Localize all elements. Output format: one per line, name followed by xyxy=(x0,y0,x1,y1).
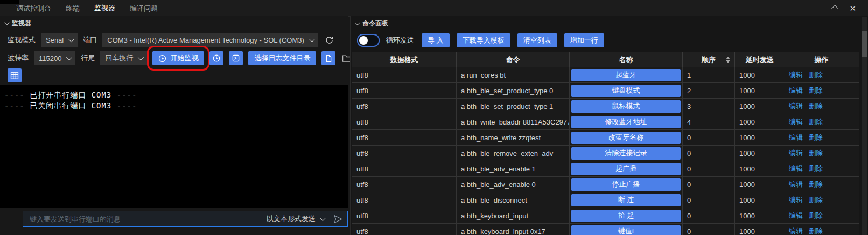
command-name-button[interactable]: 起蓝牙 xyxy=(571,69,681,81)
command-name-button[interactable]: 停止广播 xyxy=(571,178,681,191)
delete-link[interactable]: 删除 xyxy=(809,226,823,235)
edit-link[interactable]: 编辑 xyxy=(789,211,803,220)
file-icon xyxy=(325,54,333,63)
eol-select[interactable]: 回车换行 xyxy=(100,51,147,65)
edit-link[interactable]: 编辑 xyxy=(789,86,803,95)
command-toolbar-buttons: 导 入下载导入模板清空列表增加一行 xyxy=(422,33,604,47)
command-name-button[interactable]: 改蓝牙名称 xyxy=(571,132,681,144)
command-name-button[interactable]: 起广播 xyxy=(571,163,681,175)
baud-select[interactable]: 115200 xyxy=(34,51,75,65)
delete-link[interactable]: 删除 xyxy=(809,117,823,127)
command-name-button[interactable]: 断 连 xyxy=(571,194,681,206)
cell-name: 起蓝牙 xyxy=(570,67,683,82)
cell-format: utf8 xyxy=(352,83,457,98)
table-row: utf8a bth_name_write zzqtest改蓝牙名称01000编辑… xyxy=(352,130,859,146)
log-file-button[interactable] xyxy=(321,51,335,65)
close-icon[interactable]: ✕ xyxy=(849,4,856,12)
delete-link[interactable]: 删除 xyxy=(809,133,823,142)
cell-name: 修改蓝牙地址 xyxy=(570,114,683,129)
command-name-button[interactable]: 键值t xyxy=(571,225,681,235)
chevron-down-icon xyxy=(355,20,360,25)
edit-link[interactable]: 编辑 xyxy=(789,164,803,174)
send-mode-select[interactable]: 以文本形式发送 xyxy=(267,214,324,224)
edit-link[interactable]: 编辑 xyxy=(789,117,803,127)
tab-2[interactable]: 监视器 xyxy=(94,0,115,16)
cell-format: utf8 xyxy=(352,67,457,82)
toolbar-button-1[interactable]: 下载导入模板 xyxy=(457,33,510,47)
delete-link[interactable]: 删除 xyxy=(809,148,823,158)
start-monitor-button[interactable]: 开始监视 xyxy=(152,51,204,65)
sort-icon[interactable] xyxy=(726,57,730,63)
cell-name: 停止广播 xyxy=(570,177,683,192)
delete-link[interactable]: 删除 xyxy=(809,164,823,174)
delete-link[interactable]: 删除 xyxy=(809,70,823,80)
column-header-5: 操作 xyxy=(785,52,858,67)
cell-operations: 编辑删除 xyxy=(785,114,858,129)
refresh-icon[interactable] xyxy=(324,34,335,46)
cell-order: 0 xyxy=(683,146,735,161)
cell-command: a bth_ble_set_product_type 0 xyxy=(457,83,570,98)
toolbar-button-2[interactable]: 清空列表 xyxy=(517,33,557,47)
cell-order: 4 xyxy=(683,114,735,129)
delete-link[interactable]: 删除 xyxy=(809,179,823,189)
edit-link[interactable]: 编辑 xyxy=(789,195,803,205)
edit-link[interactable]: 编辑 xyxy=(789,133,803,142)
vertical-scrollbar[interactable] xyxy=(862,17,867,235)
panel-tab-bar: 调试控制台终端监视器编译问题 ✕ xyxy=(0,0,868,17)
terminal-output[interactable]: ---- 已打开串行端口 COM3 -------- 已关闭串行端口 COM3 … xyxy=(0,85,348,208)
delete-link[interactable]: 删除 xyxy=(809,86,823,95)
edit-link[interactable]: 编辑 xyxy=(789,148,803,158)
delete-link[interactable]: 删除 xyxy=(809,195,823,205)
monitor-section-header[interactable]: 监视器 xyxy=(4,19,31,28)
command-grid-button[interactable] xyxy=(8,68,22,82)
send-icon[interactable] xyxy=(333,214,343,224)
cell-command: a bth_ble_adv_enable 1 xyxy=(457,161,570,176)
command-name-button[interactable]: 拾 起 xyxy=(571,210,681,222)
edit-link[interactable]: 编辑 xyxy=(789,101,803,111)
toolbar-button-0[interactable]: 导 入 xyxy=(422,33,450,47)
terminal-icon xyxy=(232,54,240,63)
mode-select[interactable]: Serial xyxy=(41,33,78,47)
timestamp-button[interactable] xyxy=(209,51,223,65)
table-row: utf8a bth_ble_adv_enable 1起广播01000编辑删除 xyxy=(352,161,859,177)
edit-link[interactable]: 编辑 xyxy=(789,70,803,80)
chevron-up-icon[interactable] xyxy=(831,5,839,12)
chevron-down-icon xyxy=(68,36,74,42)
select-log-dir-button[interactable]: 选择日志文件目录 xyxy=(248,51,316,65)
delete-link[interactable]: 删除 xyxy=(809,211,823,220)
tab-1[interactable]: 终端 xyxy=(66,1,80,16)
corner-notch xyxy=(0,0,19,4)
loop-send-toggle[interactable] xyxy=(357,34,380,47)
port-select[interactable]: COM3 - Intel(R) Active Management Techno… xyxy=(102,33,318,47)
chevron-down-icon xyxy=(4,20,10,25)
command-section-header[interactable]: 命令面板 xyxy=(355,19,388,28)
cell-name: 键值t xyxy=(570,224,683,235)
mode-label: 监视模式 xyxy=(8,35,36,45)
tab-0[interactable]: 调试控制台 xyxy=(16,1,51,16)
delete-link[interactable]: 删除 xyxy=(809,101,823,111)
column-header-label: 数据格式 xyxy=(390,55,418,65)
command-name-button[interactable]: 清除连接记录 xyxy=(571,147,681,160)
cell-delay: 1000 xyxy=(735,130,785,145)
scrollbar-thumb[interactable] xyxy=(862,31,867,57)
cell-delay: 1000 xyxy=(735,114,785,129)
cell-format: utf8 xyxy=(352,208,457,223)
edit-link[interactable]: 编辑 xyxy=(789,226,803,235)
column-header-0: 数据格式 xyxy=(352,52,457,67)
cell-operations: 编辑删除 xyxy=(785,67,858,82)
command-name-button[interactable]: 修改蓝牙地址 xyxy=(571,116,681,128)
console-button[interactable] xyxy=(229,51,243,65)
message-input[interactable] xyxy=(29,215,261,224)
monitor-settings-row-2: 波特率 115200 行尾 回车换行 开始监视 xyxy=(8,51,353,65)
port-label: 端口 xyxy=(83,35,97,45)
tab-3[interactable]: 编译问题 xyxy=(130,1,158,16)
column-header-label: 顺序 xyxy=(702,55,716,65)
toolbar-button-3[interactable]: 增加一行 xyxy=(564,33,604,47)
command-name-button[interactable]: 键盘模式 xyxy=(571,85,681,97)
command-name-button[interactable]: 鼠标模式 xyxy=(571,100,681,113)
terminal-line: ---- 已关闭串行端口 COM3 ---- xyxy=(4,100,348,111)
column-header-label: 名称 xyxy=(619,55,633,65)
edit-link[interactable]: 编辑 xyxy=(789,179,803,189)
message-input-box: 以文本形式发送 xyxy=(23,211,348,227)
cell-delay: 1000 xyxy=(735,224,785,235)
